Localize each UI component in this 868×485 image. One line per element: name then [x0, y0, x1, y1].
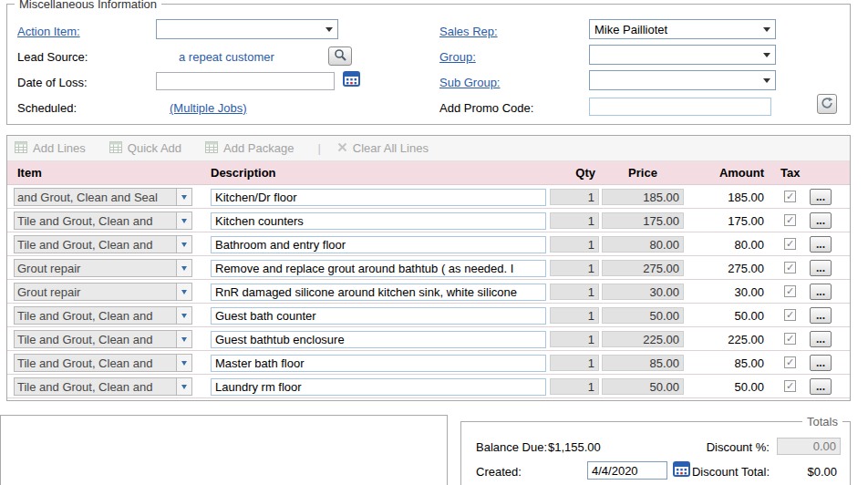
multiple-jobs-link[interactable]: (Multiple Jobs) — [170, 101, 247, 115]
qty-field: 1 — [550, 331, 599, 347]
tax-checkbox[interactable]: ✓ — [784, 380, 796, 392]
item-select[interactable]: Tile and Grout, Clean and — [14, 330, 192, 348]
item-select[interactable]: Tile and Grout, Clean and — [14, 354, 192, 372]
item-select-value: Tile and Grout, Clean and — [14, 212, 176, 230]
qty-field: 1 — [550, 260, 599, 276]
checkmark-icon: ✓ — [786, 357, 794, 367]
row-options-button[interactable]: ... — [810, 260, 832, 276]
checkmark-icon: ✓ — [786, 286, 794, 296]
chevron-down-icon — [181, 385, 187, 389]
date-of-loss-input[interactable] — [156, 72, 335, 90]
totals-legend: Totals — [802, 415, 842, 428]
lead-source-label: Lead Source: — [17, 50, 88, 64]
tax-checkbox[interactable]: ✓ — [784, 285, 796, 297]
row-options-button[interactable]: ... — [810, 212, 832, 229]
checkmark-icon: ✓ — [786, 381, 794, 391]
header-price: Price — [602, 166, 684, 180]
item-select-arrow-button[interactable] — [176, 259, 192, 277]
sales-rep-select[interactable]: Mike Pailliotet — [589, 19, 776, 39]
group-select[interactable] — [589, 45, 776, 65]
sales-rep-link[interactable]: Sales Rep: — [439, 25, 498, 38]
description-input[interactable] — [211, 284, 546, 301]
amount-value: 275.00 — [684, 262, 764, 275]
item-select[interactable]: and Grout, Clean and Seal — [14, 188, 192, 206]
calendar-icon[interactable] — [673, 460, 691, 477]
description-input[interactable] — [211, 378, 546, 396]
toolbar-separator: | — [317, 141, 320, 155]
chevron-down-icon — [181, 242, 187, 247]
tax-checkbox[interactable]: ✓ — [784, 356, 796, 368]
action-item-select[interactable] — [156, 19, 338, 39]
tax-checkbox[interactable]: ✓ — [784, 214, 796, 226]
description-input[interactable] — [211, 189, 546, 206]
item-select-arrow-button[interactable] — [176, 354, 192, 372]
quick-add-button[interactable]: Quick Add — [109, 141, 181, 156]
table-row: Tile and Grout, Clean and 1 175.00 175.0… — [7, 209, 850, 232]
description-input[interactable] — [211, 260, 546, 277]
amount-value: 185.00 — [684, 191, 764, 204]
apply-promo-button[interactable] — [817, 94, 837, 114]
action-item-link[interactable]: Action Item: — [17, 25, 80, 38]
tax-checkbox[interactable]: ✓ — [784, 238, 796, 250]
item-select-value: Tile and Grout, Clean and — [14, 330, 176, 348]
row-options-button[interactable]: ... — [810, 307, 832, 324]
lead-source-search-button[interactable] — [328, 46, 352, 66]
row-options-button[interactable]: ... — [810, 331, 832, 347]
row-options-button[interactable]: ... — [810, 284, 832, 300]
sub-group-link[interactable]: Sub Group: — [439, 76, 501, 89]
item-select-arrow-button[interactable] — [176, 235, 192, 253]
chevron-down-icon — [326, 27, 333, 32]
chevron-down-icon — [181, 361, 187, 366]
clear-all-lines-button[interactable]: Clear All Lines — [337, 141, 429, 155]
header-tax: Tax — [780, 166, 800, 180]
discount-total-value: $0.00 — [807, 465, 837, 479]
item-select-arrow-button[interactable] — [176, 330, 192, 348]
item-select-arrow-button[interactable] — [176, 377, 192, 396]
row-options-button[interactable]: ... — [810, 189, 832, 205]
description-input[interactable] — [211, 212, 546, 230]
chevron-down-icon — [763, 53, 770, 57]
item-select[interactable]: Grout repair — [14, 259, 192, 277]
created-date-input[interactable] — [587, 461, 667, 480]
row-options-button[interactable]: ... — [810, 355, 832, 371]
item-select-arrow-button[interactable] — [176, 212, 192, 230]
item-select[interactable]: Tile and Grout, Clean and — [14, 306, 192, 325]
add-lines-button[interactable]: Add Lines — [15, 141, 86, 156]
description-input[interactable] — [211, 331, 546, 348]
line-items-toolbar: Add Lines Quick Add Add Package | Clear … — [7, 136, 850, 161]
amount-value: 80.00 — [684, 238, 764, 252]
row-options-button[interactable]: ... — [810, 378, 832, 395]
checkmark-icon: ✓ — [786, 191, 794, 201]
add-package-button[interactable]: Add Package — [205, 141, 294, 156]
item-select-arrow-button[interactable] — [176, 306, 192, 325]
chevron-down-icon — [181, 219, 187, 223]
checkmark-icon: ✓ — [786, 334, 794, 344]
description-input[interactable] — [211, 355, 546, 372]
tax-checkbox[interactable]: ✓ — [784, 333, 796, 345]
checkmark-icon: ✓ — [786, 239, 794, 249]
row-options-button[interactable]: ... — [810, 236, 832, 253]
description-input[interactable] — [211, 236, 546, 253]
sales-rep-select-value: Mike Pailliotet — [594, 23, 759, 36]
item-select-arrow-button[interactable] — [176, 188, 192, 206]
quick-add-label: Quick Add — [128, 141, 181, 155]
price-field: 50.00 — [602, 307, 684, 324]
sub-group-select[interactable] — [589, 70, 776, 90]
item-select-value: Grout repair — [14, 283, 176, 301]
checkmark-icon: ✓ — [786, 263, 794, 273]
item-select[interactable]: Grout repair — [14, 283, 192, 301]
qty-field: 1 — [550, 189, 599, 205]
item-select-arrow-button[interactable] — [176, 283, 192, 301]
item-select[interactable]: Tile and Grout, Clean and — [14, 212, 192, 230]
item-select[interactable]: Tile and Grout, Clean and — [14, 377, 192, 396]
date-of-loss-label: Date of Loss: — [17, 76, 88, 89]
bottom-left-panel — [0, 415, 448, 485]
tax-checkbox[interactable]: ✓ — [784, 262, 796, 273]
item-select[interactable]: Tile and Grout, Clean and — [14, 235, 192, 253]
tax-checkbox[interactable]: ✓ — [784, 309, 796, 321]
tax-checkbox[interactable]: ✓ — [784, 191, 796, 202]
promo-code-input[interactable] — [589, 98, 771, 116]
calendar-icon[interactable] — [343, 70, 361, 87]
group-link[interactable]: Group: — [439, 50, 476, 64]
description-input[interactable] — [211, 307, 546, 325]
